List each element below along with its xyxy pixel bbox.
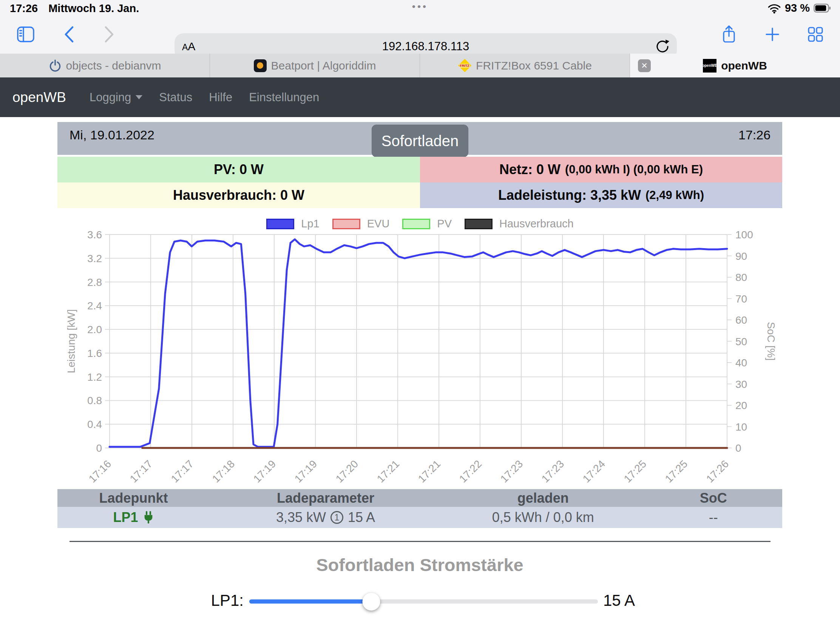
netz-status-cell: Netz: 0 W(0,00 kWh I) (0,00 kWh E) [420, 157, 782, 182]
svg-text:50: 50 [735, 336, 747, 347]
url-text[interactable]: 192.168.178.113 [175, 39, 677, 53]
svg-text:60: 60 [735, 314, 747, 326]
nav-item-status[interactable]: Status [159, 91, 192, 104]
legend-item-evu[interactable]: EVU [332, 218, 390, 230]
svg-text:17:21: 17:21 [416, 458, 443, 485]
share-icon[interactable] [717, 15, 741, 54]
sidebar-toggle-button[interactable] [15, 15, 36, 54]
battery-icon [813, 3, 831, 14]
power-favicon-icon [49, 59, 62, 73]
tab-objects-debianvm[interactable]: objects - debianvm [0, 54, 210, 77]
svg-text:30: 30 [735, 379, 747, 390]
tab-title: FRITZ!Box 6591 Cable [476, 59, 592, 72]
tab-overview-icon[interactable] [804, 15, 827, 54]
statusbar-clock: 17:26Mittwoch 19. Jan. [10, 2, 139, 15]
close-tab-icon[interactable]: ✕ [638, 59, 651, 72]
svg-text:10: 10 [735, 421, 747, 433]
power-chart: Lp1EVUPVHausverbrauch 3.63.22.82.42.01.6… [53, 210, 787, 493]
svg-text:0: 0 [96, 442, 102, 454]
table-header-row: Ladepunkt Ladeparameter geladen SoC [57, 489, 782, 507]
tab-fritzbox[interactable]: FRITZ FRITZ!Box 6591 Cable [420, 54, 630, 77]
svg-text:2.0: 2.0 [87, 324, 102, 335]
chart-legend: Lp1EVUPVHausverbrauch [53, 218, 787, 230]
svg-text:20: 20 [735, 399, 747, 411]
svg-text:0.8: 0.8 [87, 395, 102, 406]
slider-thumb[interactable] [363, 593, 381, 610]
svg-text:1.2: 1.2 [87, 371, 102, 383]
svg-text:17:21: 17:21 [375, 458, 401, 485]
svg-text:17:19: 17:19 [292, 458, 319, 485]
svg-text:17:23: 17:23 [498, 458, 525, 485]
slider-section-title: Sofortladen Stromstärke [57, 554, 782, 575]
beatport-favicon-icon [254, 59, 267, 72]
nav-item-logging[interactable]: Logging [90, 91, 142, 104]
legend-item-hausverbrauch[interactable]: Hausverbrauch [464, 218, 574, 230]
svg-text:1.6: 1.6 [87, 347, 102, 359]
svg-text:17:16: 17:16 [87, 458, 113, 485]
chargepoint-table: Ladepunkt Ladeparameter geladen SoC LP1 … [57, 489, 782, 528]
reader-text-size-button[interactable]: AA [182, 40, 195, 53]
col-header-ladepunkt: Ladepunkt [57, 489, 210, 507]
slider-fill [249, 599, 371, 603]
new-tab-button[interactable] [761, 15, 784, 54]
svg-text:17:23: 17:23 [539, 458, 566, 485]
svg-text:3.2: 3.2 [87, 253, 102, 264]
current-date-label: Mi, 19.01.2022 [69, 128, 155, 142]
tab-title: objects - debianvm [66, 59, 161, 72]
col-header-soc: SoC [644, 489, 782, 507]
chevron-down-icon [136, 95, 142, 99]
chargepoint-name: LP1 [113, 510, 138, 525]
pv-status-cell: PV: 0 W [57, 157, 420, 182]
section-divider [69, 541, 771, 542]
svg-text:SoC [%]: SoC [%] [765, 322, 777, 361]
charge-current-slider[interactable] [249, 599, 598, 603]
svg-text:17:19: 17:19 [251, 458, 278, 485]
charge-parameters: 3,35 kW 1 15 A [210, 507, 442, 528]
current-time-label: 17:26 [738, 128, 782, 142]
hausverbrauch-status-cell: Hausverbrauch: 0 W [57, 182, 420, 208]
tab-bar: objects - debianvm Beatport | Algoriddim… [0, 54, 840, 77]
sofortladen-mode-button[interactable]: Sofortladen [372, 125, 468, 157]
svg-text:100: 100 [735, 229, 753, 241]
svg-text:90: 90 [735, 250, 747, 262]
charge-current-value: 15 A [603, 592, 635, 609]
navbar-brand[interactable]: openWB [13, 90, 66, 105]
svg-text:70: 70 [735, 293, 747, 305]
svg-text:17:25: 17:25 [622, 458, 649, 485]
tab-beatport-algoriddim[interactable]: Beatport | Algoriddim [210, 54, 420, 77]
svg-text:2.4: 2.4 [87, 300, 102, 312]
legend-item-pv[interactable]: PV [402, 218, 452, 230]
back-button[interactable] [60, 15, 79, 54]
chart-canvas: 3.63.22.82.42.01.61.20.80.4017:1617:1717… [53, 210, 787, 493]
svg-text:2.8: 2.8 [87, 276, 102, 288]
tab-openwb-active[interactable]: ✕ openWB openWB [630, 54, 840, 77]
svg-text:17:20: 17:20 [333, 458, 360, 485]
legend-item-lp1[interactable]: Lp1 [266, 218, 319, 230]
forward-button[interactable] [100, 15, 118, 54]
svg-text:17:17: 17:17 [169, 458, 196, 485]
phase-count-icon: 1 [330, 511, 343, 524]
safari-toolbar: AA 192.168.178.113 [0, 15, 840, 54]
svg-text:40: 40 [735, 357, 747, 369]
col-header-ladeparameter: Ladeparameter [210, 489, 442, 507]
battery-percent-label: 93 % [785, 2, 810, 14]
multitask-dots-icon[interactable]: ••• [405, 1, 435, 13]
openwb-navbar: openWB Logging Status Hilfe Einstellunge… [0, 77, 840, 117]
statusbar-date: Mittwoch 19. Jan. [48, 2, 139, 14]
ipad-status-bar: 17:26Mittwoch 19. Jan. ••• 93 % [0, 0, 840, 15]
svg-text:3.6: 3.6 [87, 229, 102, 241]
charged-energy: 0,5 kWh / 0,0 km [442, 507, 644, 528]
svg-text:17:25: 17:25 [663, 458, 690, 485]
tab-title: Beatport | Algoriddim [271, 59, 376, 72]
nav-item-einstellungen[interactable]: Einstellungen [249, 91, 319, 104]
openwb-favicon-icon: openWB [703, 59, 717, 73]
lp1-slider-label: LP1: [151, 592, 244, 609]
reload-button[interactable] [655, 39, 670, 55]
svg-text:80: 80 [735, 272, 747, 283]
tab-title: openWB [721, 59, 767, 72]
table-row: LP1 3,35 kW 1 15 A 0,5 kWh / 0,0 km -- [57, 507, 782, 528]
svg-text:17:24: 17:24 [581, 458, 607, 485]
nav-item-hilfe[interactable]: Hilfe [209, 91, 232, 104]
ladeleistung-status-cell: Ladeleistung: 3,35 kW(2,49 kWh) [420, 182, 782, 208]
svg-text:Leistung [kW]: Leistung [kW] [65, 309, 77, 374]
